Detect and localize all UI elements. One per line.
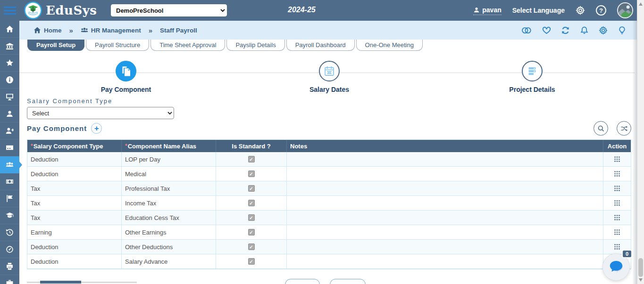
- is-standard-checkbox[interactable]: ✓: [248, 214, 255, 221]
- sidebar-item-hr-management[interactable]: [0, 156, 19, 173]
- vertical-scroll-thumb[interactable]: [638, 258, 643, 277]
- shuffle-button[interactable]: [617, 121, 631, 136]
- sidebar-item-history[interactable]: [0, 224, 19, 241]
- scroll-down-arrow-icon[interactable]: [639, 278, 643, 282]
- academic-year: 2024-25: [288, 6, 316, 14]
- wizard-step-circle[interactable]: [522, 61, 543, 81]
- gear-icon[interactable]: [576, 6, 585, 15]
- breadcrumb-hr-management[interactable]: HR Management: [81, 26, 141, 34]
- bell-icon[interactable]: [580, 26, 589, 35]
- sidebar-item-academics[interactable]: [0, 207, 19, 224]
- user-name: pavan: [482, 6, 501, 14]
- scroll-up-arrow-icon[interactable]: [639, 2, 643, 6]
- tab-payroll-structure[interactable]: Payroll Structure: [86, 40, 149, 51]
- select-language-button[interactable]: Select Language: [512, 7, 565, 14]
- tab-one-one-meeting[interactable]: One-One Meeting: [356, 40, 423, 51]
- user-icon: [6, 110, 14, 118]
- sidebar-item-briefcase[interactable]: [0, 275, 19, 284]
- action-grid-icon[interactable]: [614, 229, 620, 235]
- bottom-button-left[interactable]: [285, 279, 320, 284]
- is-standard-checkbox[interactable]: ✓: [248, 185, 255, 192]
- cell-action: [603, 152, 631, 166]
- cell-notes: [287, 211, 603, 225]
- cell-name-alias: Income Tax: [122, 196, 216, 210]
- plus-icon[interactable]: +: [91, 123, 102, 134]
- sidebar-item-profile[interactable]: [0, 105, 19, 122]
- sidebar-item-flag[interactable]: [0, 190, 19, 207]
- sidebar-item-institution[interactable]: [0, 38, 19, 55]
- cell-is-standard: ✓: [216, 211, 287, 225]
- school-select[interactable]: DemoPreSchool: [111, 4, 227, 16]
- cell-action: [603, 211, 631, 225]
- money-icon: [6, 178, 14, 186]
- tab-time-sheet-approval[interactable]: Time Sheet Approval: [151, 40, 225, 51]
- tab-bar: Payroll SetupPayroll StructureTime Sheet…: [19, 40, 637, 52]
- bottom-button-right[interactable]: [330, 279, 366, 284]
- pay-component-table: *Salary Component Type*Component Name Al…: [27, 139, 631, 269]
- tab-payslip-details[interactable]: Payslip Details: [226, 40, 284, 51]
- wizard-step-pay-component: Pay Component: [88, 61, 164, 93]
- action-grid-icon[interactable]: [614, 200, 620, 206]
- sidebar-item-print[interactable]: [0, 258, 19, 275]
- users-group-icon: [81, 26, 88, 34]
- scroll-thumb[interactable]: [40, 281, 81, 284]
- shuffle-icon: [620, 125, 628, 132]
- wizard-step-circle[interactable]: [116, 61, 136, 81]
- wizard-step-salary-dates: Salary Dates: [292, 61, 367, 93]
- table-row: Tax Professional Tax ✓: [27, 181, 631, 196]
- action-grid-icon[interactable]: [614, 185, 620, 192]
- wizard-step-circle[interactable]: [319, 61, 340, 81]
- tab-payroll-setup[interactable]: Payroll Setup: [27, 40, 84, 51]
- gear-icon[interactable]: [599, 26, 608, 35]
- search-button[interactable]: [594, 121, 608, 136]
- cell-notes: [287, 181, 603, 195]
- is-standard-checkbox[interactable]: ✓: [248, 243, 255, 250]
- action-grid-icon[interactable]: [614, 170, 620, 177]
- column-header: Is Standard ?: [216, 140, 287, 152]
- cell-is-standard: ✓: [216, 254, 287, 268]
- sidebar-item-home[interactable]: [0, 21, 19, 38]
- cell-component-type: Deduction: [27, 254, 122, 268]
- table-tools: [594, 121, 631, 136]
- sidebar-item-time[interactable]: [0, 241, 19, 258]
- sidebar-item-card[interactable]: [0, 139, 19, 156]
- is-standard-checkbox[interactable]: ✓: [248, 170, 255, 177]
- user-menu[interactable]: pavan: [473, 6, 501, 15]
- help-icon[interactable]: ?: [596, 5, 606, 16]
- action-grid-icon[interactable]: [614, 214, 620, 221]
- breadcrumb-separator: »: [69, 26, 73, 34]
- heart-icon[interactable]: [542, 26, 551, 35]
- hamburger-menu-icon[interactable]: [0, 0, 19, 21]
- breadcrumb-separator: »: [149, 26, 152, 34]
- cell-name-alias: Other Deductions: [122, 240, 216, 254]
- action-grid-icon[interactable]: [614, 156, 620, 162]
- salary-component-type-select[interactable]: Select: [27, 107, 174, 119]
- sidebar-item-monitor[interactable]: [0, 89, 19, 105]
- lightbulb-icon[interactable]: [618, 26, 627, 35]
- cell-notes: [287, 225, 603, 239]
- brand-name: EduSys: [46, 3, 97, 17]
- tab-payroll-dashboard[interactable]: Payroll Dashboard: [286, 40, 355, 51]
- is-standard-checkbox[interactable]: ✓: [248, 200, 255, 206]
- header-right-cluster: pavan Select Language ?: [473, 0, 635, 21]
- section-header: Pay Component +: [27, 123, 102, 134]
- cell-notes: [287, 254, 603, 268]
- sidebar-item-info[interactable]: [0, 72, 19, 89]
- brand-block[interactable]: EduSys: [24, 1, 97, 19]
- table-row: Deduction Salary Advance ✓: [27, 254, 631, 269]
- breadcrumb-home[interactable]: Home: [33, 26, 62, 34]
- sidebar-item-admissions[interactable]: [0, 122, 19, 139]
- vertical-scrollbar[interactable]: [637, 0, 644, 284]
- toggle-icon[interactable]: [521, 26, 532, 35]
- action-grid-icon[interactable]: [614, 243, 620, 250]
- clock-icon: [6, 245, 14, 253]
- refresh-icon[interactable]: [561, 26, 570, 35]
- sidebar-item-finance[interactable]: [0, 173, 19, 190]
- is-standard-checkbox[interactable]: ✓: [248, 156, 255, 162]
- is-standard-checkbox[interactable]: ✓: [248, 258, 255, 265]
- avatar[interactable]: [617, 2, 633, 18]
- info-icon: [6, 76, 14, 84]
- required-asterisk: *: [125, 143, 127, 149]
- sidebar-item-favorites[interactable]: [0, 55, 19, 72]
- is-standard-checkbox[interactable]: ✓: [248, 229, 255, 235]
